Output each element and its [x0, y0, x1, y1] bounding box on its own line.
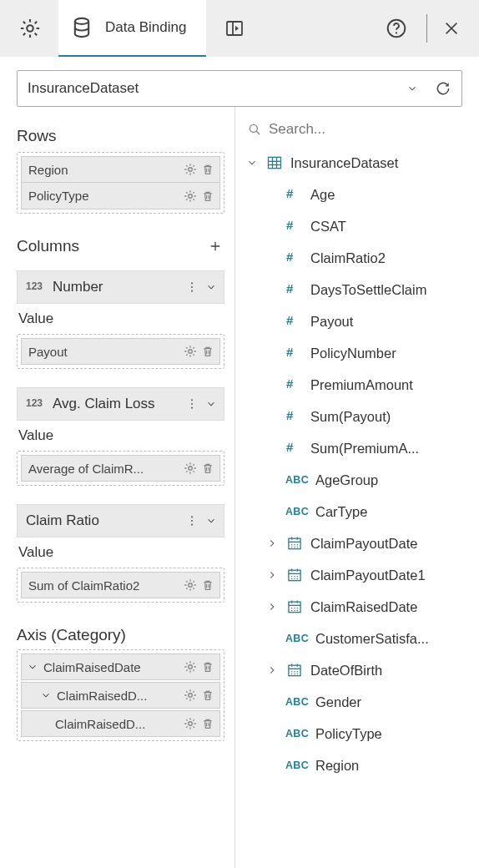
close-button[interactable]: [434, 5, 469, 52]
gear-icon[interactable]: [183, 688, 198, 703]
dataset-name: InsuranceDataset: [28, 80, 398, 97]
add-column-button[interactable]: [208, 239, 223, 254]
kebab-icon[interactable]: [185, 280, 199, 294]
chevron-down-icon[interactable]: [205, 281, 217, 293]
tree-item[interactable]: #Sum(Payout): [240, 401, 471, 432]
tree-item[interactable]: ABCCustomerSatisfa...: [240, 623, 471, 654]
axis-header: Axis (Category): [17, 619, 224, 649]
dataset-selector[interactable]: InsuranceDataset: [17, 70, 462, 107]
help-button[interactable]: [373, 5, 420, 52]
table-icon: [266, 154, 283, 171]
settings-button[interactable]: [7, 5, 53, 52]
svg-point-50: [291, 578, 293, 580]
trash-icon[interactable]: [201, 578, 214, 592]
trash-icon[interactable]: [201, 345, 214, 358]
trash-icon[interactable]: [201, 163, 214, 176]
rows-dropzone[interactable]: Region PolicyType: [17, 152, 224, 214]
chevron-down-icon[interactable]: [205, 398, 217, 410]
value-chip[interactable]: Payout: [21, 338, 220, 365]
value-chip[interactable]: Sum of ClaimRatio2: [21, 572, 220, 598]
tree-expand[interactable]: [265, 664, 279, 676]
left-panel: Rows Region PolicyType Columns: [0, 107, 235, 868]
trash-icon[interactable]: [201, 462, 214, 475]
tree-expand[interactable]: [265, 537, 279, 549]
tree-item[interactable]: #Age: [240, 179, 471, 210]
kebab-icon[interactable]: [185, 397, 199, 411]
axis-dropzone[interactable]: ClaimRaisedDate ClaimRaisedD... ClaimRai…: [17, 649, 224, 741]
tree-item[interactable]: ABCGender: [240, 686, 471, 718]
svg-point-17: [191, 516, 193, 517]
chevron-down-icon[interactable]: [40, 689, 52, 701]
tree-expand[interactable]: [265, 601, 279, 613]
chevron-down-icon[interactable]: [27, 661, 38, 673]
svg-point-48: [294, 576, 295, 578]
value-label: Value: [17, 304, 224, 334]
refresh-icon[interactable]: [435, 80, 451, 97]
trash-icon[interactable]: [201, 717, 214, 730]
tree-item[interactable]: ClaimPayoutDate: [240, 527, 471, 559]
tree-item[interactable]: #Sum(PremiumA...: [240, 432, 471, 464]
value-dropzone[interactable]: Payout: [17, 334, 224, 369]
svg-point-72: [291, 674, 293, 675]
svg-point-22: [189, 694, 193, 698]
search-input[interactable]: [267, 120, 467, 139]
gear-icon[interactable]: [183, 189, 198, 204]
svg-point-36: [291, 544, 293, 546]
tree-item[interactable]: ABCAgeGroup: [240, 464, 471, 496]
tree-item[interactable]: ClaimRaisedDate: [240, 591, 471, 623]
gear-icon: [18, 17, 42, 40]
tree-item-label: Sum(Payout): [310, 409, 471, 425]
svg-point-19: [191, 524, 193, 526]
gear-icon[interactable]: [183, 716, 198, 731]
kebab-icon[interactable]: [185, 514, 199, 527]
tree-item[interactable]: #PolicyNumber: [240, 337, 471, 369]
tree-item-label: Gender: [315, 694, 471, 710]
tree-expand[interactable]: [265, 569, 279, 581]
value-dropzone[interactable]: Average of ClaimR...: [17, 451, 224, 486]
tree-item[interactable]: #ClaimRatio2: [240, 242, 471, 274]
row-chip[interactable]: Region: [21, 156, 220, 183]
value-chip-label: Payout: [28, 345, 178, 359]
gear-icon[interactable]: [183, 461, 198, 476]
tree-item[interactable]: ABCRegion: [240, 749, 471, 781]
value-dropzone[interactable]: Sum of ClaimRatio2: [17, 568, 224, 603]
tree-item[interactable]: #DaysToSettleClaim: [240, 274, 471, 305]
svg-point-21: [189, 665, 193, 669]
column-group-avg-claim-loss[interactable]: 123 Avg. Claim Loss: [17, 387, 224, 421]
trash-icon[interactable]: [201, 660, 214, 674]
number-icon: #: [285, 313, 304, 330]
row-chip[interactable]: PolicyType: [21, 183, 220, 209]
chevron-down-icon[interactable]: [205, 515, 217, 527]
trash-icon[interactable]: [201, 689, 214, 702]
axis-chip[interactable]: ClaimRaisedD...: [21, 710, 220, 737]
tree-item[interactable]: ABCCarType: [240, 496, 471, 527]
tab-data-binding[interactable]: Data Binding: [58, 0, 206, 57]
trash-icon[interactable]: [201, 189, 214, 203]
tree-item[interactable]: #Payout: [240, 305, 471, 337]
number-icon: #: [285, 376, 304, 393]
column-group-number[interactable]: 123 Number: [17, 270, 224, 304]
tree-item[interactable]: ABCPolicyType: [240, 718, 471, 749]
text-icon: ABC: [285, 728, 309, 739]
tree-item[interactable]: ClaimPayoutDate1: [240, 559, 471, 591]
value-chip[interactable]: Average of ClaimR...: [21, 455, 220, 482]
calendar-icon: [285, 598, 304, 615]
calendar-icon: [286, 662, 303, 679]
column-group-claim-ratio[interactable]: Claim Ratio: [17, 504, 224, 537]
gear-icon[interactable]: [183, 344, 198, 359]
tree-item-label: DateOfBirth: [310, 663, 471, 679]
gear-icon[interactable]: [183, 162, 198, 177]
panel-toggle-button[interactable]: [211, 5, 258, 52]
axis-chip[interactable]: ClaimRaisedD...: [21, 682, 220, 709]
svg-point-6: [396, 32, 397, 33]
tree-root[interactable]: InsuranceDataset: [240, 147, 471, 179]
tree-item[interactable]: #CSAT: [240, 210, 471, 242]
svg-point-24: [250, 124, 257, 132]
gear-icon[interactable]: [183, 659, 198, 674]
axis-chip[interactable]: ClaimRaisedDate: [21, 654, 220, 680]
gear-icon[interactable]: [183, 578, 198, 593]
tree-item[interactable]: #PremiumAmount: [240, 369, 471, 401]
tree-item[interactable]: DateOfBirth: [240, 654, 471, 686]
axis-chip-label: ClaimRaisedDate: [43, 660, 178, 674]
axis-chip-label: ClaimRaisedD...: [57, 689, 178, 703]
